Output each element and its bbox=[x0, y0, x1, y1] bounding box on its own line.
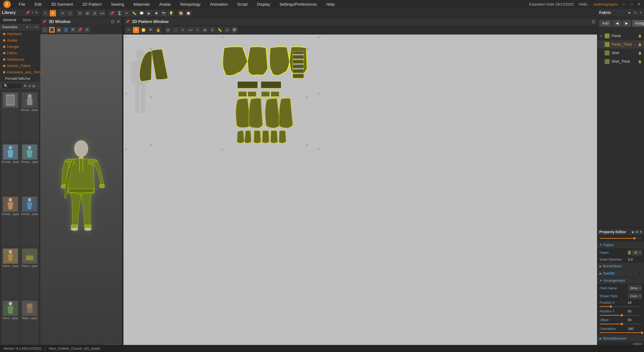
tool-viewport-shading[interactable]: 🔲 bbox=[185, 10, 192, 16]
thumb-female-4[interactable]: Femal...zpac bbox=[20, 195, 39, 247]
fabric-panel-pin[interactable]: ▶ bbox=[628, 11, 631, 14]
tool-record[interactable]: ⏺ bbox=[153, 10, 160, 16]
tool-transform[interactable]: ⟳ bbox=[77, 10, 83, 16]
menu-sewing[interactable]: Sewing bbox=[110, 1, 126, 8]
assign-button[interactable]: Assign bbox=[632, 20, 644, 27]
menu-script[interactable]: Script bbox=[236, 1, 249, 8]
fabric-lock-pants-thick[interactable]: 🔒 bbox=[638, 42, 642, 46]
expand-icon[interactable]: + bbox=[32, 10, 34, 14]
tool-2d-b[interactable]: ⊟ bbox=[165, 27, 171, 33]
fabric-item-pants[interactable]: ✓ Pants 🔒 bbox=[597, 32, 644, 40]
vp-sun[interactable]: ☀ bbox=[84, 27, 90, 33]
minimize-icon[interactable]: ─ bbox=[623, 2, 626, 6]
tool-align[interactable]: ⊟ bbox=[92, 10, 98, 16]
tool-2d-move[interactable]: ✛ bbox=[133, 27, 139, 33]
menu-animation[interactable]: Animation bbox=[209, 1, 229, 8]
close-panel-icon[interactable]: ✕ bbox=[35, 10, 38, 14]
prop-section-solidify[interactable]: ▶ Solidify bbox=[597, 270, 644, 277]
vp-show-all[interactable]: 👁 bbox=[70, 27, 76, 33]
tool-select[interactable]: ↖ bbox=[42, 10, 49, 16]
search-refresh-icon[interactable]: ↺ bbox=[28, 84, 31, 88]
tree-item-garment[interactable]: Garment bbox=[0, 31, 40, 37]
prop-editor-expand[interactable]: ⊡ bbox=[636, 230, 638, 234]
prop-point-name-dropdown[interactable]: Wrist_Front_L bbox=[628, 285, 642, 291]
vp-shading-wire[interactable]: ⬚ bbox=[42, 27, 48, 33]
menu-settings[interactable]: Settings/Preferences bbox=[278, 1, 318, 8]
menu-file[interactable]: File bbox=[18, 1, 27, 8]
maximize-icon[interactable]: □ bbox=[630, 2, 632, 6]
vp-avatar[interactable]: 👤 bbox=[63, 27, 69, 33]
fabric-item-shirt[interactable]: ✓ Shirt 🔒 bbox=[597, 49, 644, 57]
tool-2d-photo[interactable]: 🖼 bbox=[231, 27, 238, 33]
fabric-panel-expand[interactable]: ⊡ bbox=[634, 11, 636, 14]
vp-shading-texture[interactable]: ▦ bbox=[56, 27, 62, 33]
tool-texture[interactable]: 🎨 bbox=[178, 10, 184, 16]
thumb-hero[interactable]: Hero...zpac bbox=[1, 299, 20, 351]
tree-item-interior-fabric[interactable]: Interior_Fabric bbox=[0, 63, 40, 69]
prop-editor-pin[interactable]: ▶ bbox=[632, 230, 634, 234]
tool-edit[interactable]: ⬡ bbox=[67, 10, 73, 16]
search-grid-icon[interactable]: ⊞ bbox=[32, 84, 35, 88]
tree-item-fabric[interactable]: Fabric bbox=[0, 50, 40, 56]
fav-add-icon[interactable]: + bbox=[30, 25, 32, 29]
thumb-blank[interactable]: ... bbox=[1, 91, 20, 143]
menu-edit[interactable]: Edit bbox=[33, 1, 43, 8]
thumb-female-1[interactable]: Femal...zpac bbox=[1, 143, 20, 195]
tool-2d-circle[interactable]: ⊙ bbox=[224, 27, 230, 33]
vp-pin[interactable]: 📌 bbox=[77, 27, 83, 33]
thumb-male[interactable]: Male...zpac bbox=[20, 299, 39, 351]
tree-item-hardware[interactable]: Hardware_and_Trims bbox=[0, 69, 40, 75]
tool-flip[interactable]: ⟺ bbox=[99, 10, 105, 16]
viewport-3d-pin[interactable]: 📌 bbox=[42, 20, 46, 24]
nav-next-button[interactable]: ▶ bbox=[622, 20, 631, 27]
menu-help[interactable]: Help bbox=[325, 1, 336, 8]
fabric-lock-shirt-thick[interactable]: 🔒 bbox=[638, 60, 642, 63]
tab-general[interactable]: General bbox=[0, 16, 19, 23]
prop-section-fabric[interactable]: ▼ Fabric bbox=[597, 242, 644, 249]
fav-list-icon[interactable]: ≡ bbox=[36, 25, 38, 29]
menu-2d-pattern[interactable]: 2D Pattern bbox=[81, 1, 103, 8]
prop-section-misc[interactable]: ▶ Miscellaneous bbox=[597, 335, 644, 342]
tool-2d-info[interactable]: ℹ bbox=[209, 27, 216, 33]
prop-shape-style-dropdown[interactable]: Curved Straight bbox=[628, 293, 642, 299]
tab-store[interactable]: Store bbox=[19, 16, 34, 23]
tool-2d-ruler[interactable]: 📏 bbox=[216, 27, 223, 33]
tool-cut[interactable]: ✂ bbox=[124, 10, 130, 16]
prop-fabric-dropdown[interactable]: Shirt Pants Shirt_Thick Pants_Thick bbox=[632, 250, 642, 256]
solidify-checkbox[interactable] bbox=[638, 272, 642, 275]
pin-icon[interactable]: 📌 bbox=[26, 10, 30, 14]
menu-display[interactable]: Display bbox=[256, 1, 272, 8]
thumb-garm-1[interactable]: Garm...zpac bbox=[1, 247, 20, 299]
tree-item-female[interactable]: FemaleTallUnw bbox=[0, 75, 40, 82]
tool-annotate[interactable]: 💬 bbox=[138, 10, 145, 16]
tool-move[interactable]: ✛ bbox=[50, 10, 56, 16]
search-input[interactable] bbox=[2, 83, 22, 89]
thumb-female-2[interactable]: Femal...zpac bbox=[20, 143, 39, 195]
viewport-2d-pin[interactable]: 📌 bbox=[126, 20, 130, 24]
tool-mirror[interactable]: ⊞ bbox=[84, 10, 90, 16]
viewport-3d-expand[interactable]: ⊡ bbox=[111, 19, 114, 24]
tool-camera[interactable]: 📷 bbox=[160, 10, 167, 16]
tool-pin[interactable]: 📌 bbox=[109, 10, 115, 16]
thumb-female-3[interactable]: Femal...zpac bbox=[1, 195, 20, 247]
tool-2d-extra[interactable]: ⊞ bbox=[202, 27, 208, 33]
prop-section-bond[interactable]: ▶ Bond/Skive bbox=[597, 263, 644, 270]
close-icon[interactable]: ✕ bbox=[638, 2, 641, 6]
tool-2d-lock[interactable]: 🔒 bbox=[155, 27, 161, 33]
tool-simulate[interactable]: ▶ bbox=[146, 10, 152, 16]
viewport-2d-expand[interactable]: ⊡ bbox=[592, 19, 595, 24]
tree-item-avatar[interactable]: Avatar bbox=[0, 37, 40, 43]
viewport-2d-content[interactable] bbox=[124, 34, 597, 352]
thumb-garm-2[interactable]: Garm...zpac bbox=[20, 247, 39, 299]
tool-seam[interactable]: 🧵 bbox=[116, 10, 122, 16]
fabric-item-shirt-thick[interactable]: ✓ Shirt_Thick 🔒 bbox=[597, 57, 644, 66]
tree-item-hanger[interactable]: Hanger bbox=[0, 43, 40, 50]
fabric-lock-shirt[interactable]: 🔒 bbox=[638, 51, 642, 55]
fabric-lock-pants[interactable]: 🔒 bbox=[638, 34, 642, 38]
thumb-acces[interactable]: Acces...zpac bbox=[20, 91, 39, 143]
prop-editor-close[interactable]: ✕ bbox=[640, 230, 642, 234]
tool-2d-pattern[interactable]: ⬚ bbox=[172, 27, 178, 33]
tool-2d-select[interactable]: ↖ bbox=[126, 27, 132, 33]
vp-shading-solid[interactable]: ⬛ bbox=[49, 27, 55, 33]
tool-2d-arrow[interactable]: ⟹ bbox=[187, 27, 193, 33]
